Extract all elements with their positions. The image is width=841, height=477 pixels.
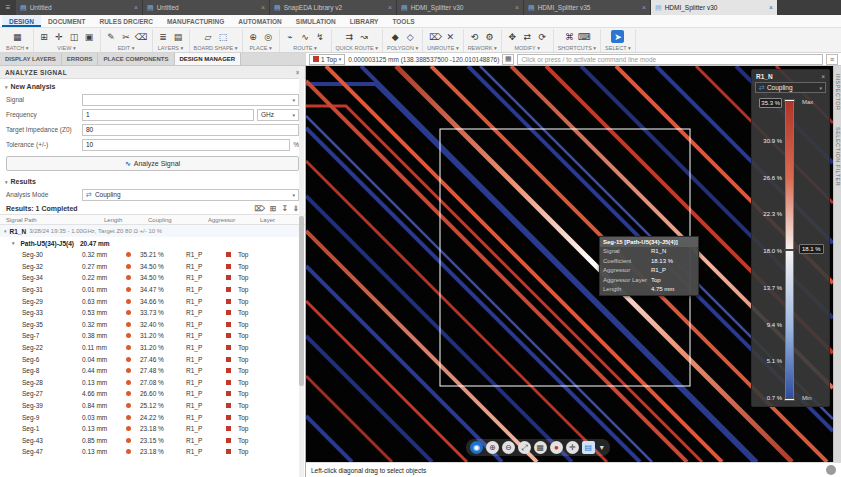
- table-row[interactable]: Seg-6 0.04 mm 27.46 % R1_P Top: [0, 353, 305, 365]
- route-signal-icon[interactable]: ∿: [299, 30, 312, 43]
- legend-max-handle[interactable]: [784, 99, 795, 102]
- pan-icon[interactable]: ✛: [566, 441, 579, 454]
- command-history-icon[interactable]: ≡: [826, 54, 838, 65]
- polygon-pour-icon[interactable]: ◇: [404, 30, 417, 43]
- select-tool-icon[interactable]: ◉: [470, 441, 483, 454]
- close-icon[interactable]: ×: [769, 4, 773, 11]
- table-row[interactable]: Seg-47 0.13 mm 23.18 % R1_P Top: [0, 446, 305, 458]
- board-outline-icon[interactable]: ▱: [202, 30, 215, 43]
- export-results-icon[interactable]: ↧: [281, 204, 287, 213]
- layer-stack-icon[interactable]: ≣: [157, 30, 170, 43]
- table-row[interactable]: Seg-35 0.32 mm 32.40 % R1_P Top: [0, 319, 305, 331]
- place-component-icon[interactable]: ⊕: [247, 30, 260, 43]
- toolbar-group-label[interactable]: SHORTCUTS ▾: [558, 45, 596, 51]
- close-icon[interactable]: ×: [515, 4, 519, 11]
- delete-icon[interactable]: ⌫: [135, 30, 148, 43]
- split-view-icon[interactable]: ◫: [68, 30, 81, 43]
- fit-view-icon[interactable]: ▣: [83, 30, 96, 43]
- compare-results-icon[interactable]: ⊞: [270, 204, 276, 213]
- toolbar-group-label[interactable]: POLYGON ▾: [387, 45, 418, 51]
- layer-selector[interactable]: 1 Top ▾: [309, 54, 345, 65]
- panel-tab[interactable]: DESIGN MANAGER: [175, 53, 242, 65]
- panel-tab[interactable]: ERRORS: [62, 53, 99, 65]
- window-tab[interactable]: ▤ HDMI_Splitter v35 ×: [524, 0, 651, 15]
- unroute-icon[interactable]: ⌦: [429, 30, 442, 43]
- table-row[interactable]: Seg-30 0.32 mm 35.21 % R1_P Top: [0, 249, 305, 261]
- table-row[interactable]: Seg-27 4.66 mm 26.60 % R1_P Top: [0, 388, 305, 400]
- close-icon[interactable]: ×: [261, 4, 265, 11]
- close-icon[interactable]: ×: [821, 73, 825, 80]
- new-analysis-section-header[interactable]: ▾ New Analysis: [0, 79, 305, 92]
- grid-settings-icon[interactable]: ▦: [534, 441, 547, 454]
- table-row[interactable]: Seg-29 0.63 mm 34.66 % R1_P Top: [0, 295, 305, 307]
- rework-icon[interactable]: ⟲: [468, 30, 481, 43]
- workspace-tab[interactable]: DESIGN: [2, 15, 41, 27]
- toolbar-group-label[interactable]: BATCH ▾: [6, 45, 29, 51]
- toolbar-group-label[interactable]: PLACE ▾: [249, 45, 271, 51]
- results-section-header[interactable]: ▾ Results: [0, 174, 305, 187]
- zoom-fit-icon[interactable]: ⤢: [518, 441, 531, 454]
- toolbar-group-label[interactable]: LAYERS ▾: [158, 45, 184, 51]
- table-row[interactable]: Seg-34 0.22 mm 34.50 % R1_P Top: [0, 272, 305, 284]
- collapsed-panel-tab[interactable]: SELECTION FILTER: [835, 127, 841, 186]
- command-line-input[interactable]: [517, 54, 823, 65]
- table-row[interactable]: Seg-32 0.27 mm 34.50 % R1_P Top: [0, 261, 305, 273]
- help-circle-icon[interactable]: [826, 465, 836, 475]
- workspace-tab[interactable]: MANUFACTURING: [160, 15, 231, 27]
- window-tab[interactable]: ▤ Untitled ×: [143, 0, 270, 15]
- signal-group-row[interactable]: ▾ R1_N 3/28/24 19:35 - 1.00GHz, Target Z…: [0, 225, 305, 237]
- select-icon[interactable]: ➤: [611, 30, 624, 43]
- toolbar-group-label[interactable]: UNROUTE ▾: [427, 45, 458, 51]
- table-row[interactable]: Seg-1 0.13 mm 23.18 % R1_P Top: [0, 423, 305, 435]
- table-row[interactable]: Seg-43 0.85 mm 23.15 % R1_P Top: [0, 435, 305, 447]
- table-row[interactable]: Seg-7 0.38 mm 31.20 % R1_P Top: [0, 330, 305, 342]
- shortcut-icon[interactable]: ⌘: [563, 30, 576, 43]
- toolbar-group-label[interactable]: VIEW ▾: [57, 45, 75, 51]
- toolbar-group-label[interactable]: QUICK ROUTE ▾: [336, 45, 379, 51]
- draw-icon[interactable]: ✎: [105, 30, 118, 43]
- toolbar-group-label[interactable]: SELECT ▾: [605, 45, 631, 51]
- toolbar-group-label[interactable]: REWORK ▾: [468, 45, 497, 51]
- zoom-out-icon[interactable]: ⊖: [502, 441, 515, 454]
- panel-tab[interactable]: PLACE COMPONENTS: [98, 53, 174, 65]
- workspace-tab[interactable]: DOCUMENT: [41, 15, 93, 27]
- quick-route-icon[interactable]: ⇉: [343, 30, 356, 43]
- close-icon[interactable]: ×: [134, 4, 138, 11]
- analysis-mode-select[interactable]: ⇄ Coupling ▾: [82, 189, 299, 201]
- toolbar-group-label[interactable]: MODIFY ▾: [514, 45, 540, 51]
- layers-toggle-icon[interactable]: ▤: [582, 441, 595, 454]
- place-via-icon[interactable]: ◎: [262, 30, 275, 43]
- table-row[interactable]: Seg-22 0.11 mm 31.20 % R1_P Top: [0, 342, 305, 354]
- table-row[interactable]: Seg-33 0.53 mm 33.73 % R1_P Top: [0, 307, 305, 319]
- table-row[interactable]: Seg-39 0.84 mm 25.12 % R1_P Top: [0, 400, 305, 412]
- record-icon[interactable]: ●: [550, 441, 563, 454]
- pan-view-icon[interactable]: ✛: [53, 30, 66, 43]
- keepout-icon[interactable]: ⬚: [217, 30, 230, 43]
- app-menu-icon[interactable]: ≡: [0, 0, 16, 15]
- impedance-input[interactable]: [82, 124, 299, 136]
- collapsed-panel-tab[interactable]: INSPECTOR: [835, 74, 841, 111]
- legend-min-handle[interactable]: [784, 398, 795, 401]
- batch-icon[interactable]: ▦: [11, 30, 24, 43]
- tolerance-input[interactable]: [82, 139, 290, 151]
- workspace-tab[interactable]: AUTOMATION: [231, 15, 288, 27]
- caret-down-icon[interactable]: ▾: [598, 441, 606, 454]
- window-tab[interactable]: ▤ SnapEDA Library v2 ×: [270, 0, 397, 15]
- table-row[interactable]: Seg-9 0.03 mm 24.22 % R1_P Top: [0, 411, 305, 423]
- table-row[interactable]: Seg-8 0.44 mm 27.48 % R1_P Top: [0, 365, 305, 377]
- route-manual-icon[interactable]: ⌁: [284, 30, 297, 43]
- grid-view-icon[interactable]: ⊞: [38, 30, 51, 43]
- analyze-signal-button[interactable]: ∿ Analyze Signal: [6, 156, 299, 171]
- table-row[interactable]: Seg-28 0.13 mm 27.08 % R1_P Top: [0, 377, 305, 389]
- workspace-tab[interactable]: TOOLS: [385, 15, 421, 27]
- table-row[interactable]: Seg-31 0.01 mm 34.47 % R1_P Top: [0, 284, 305, 296]
- auto-route-icon[interactable]: ↝: [358, 30, 371, 43]
- pcb-viewport[interactable]: Seg-15 [Path-U5(34)-J5(4)] Signal R1_N C…: [306, 66, 833, 462]
- workspace-tab[interactable]: SIMULATION: [289, 15, 343, 27]
- window-tab[interactable]: ▤ Untitled ×: [16, 0, 143, 15]
- window-tab[interactable]: ▤ HDMI_Splitter v30 ×: [397, 0, 524, 15]
- close-icon[interactable]: ×: [642, 4, 646, 11]
- scrollbar-thumb[interactable]: [299, 216, 304, 386]
- path-group-row[interactable]: ▾ Path-U5(34)-J5(4) 20.47 mm: [0, 237, 305, 249]
- gear-icon[interactable]: ⚙: [483, 30, 496, 43]
